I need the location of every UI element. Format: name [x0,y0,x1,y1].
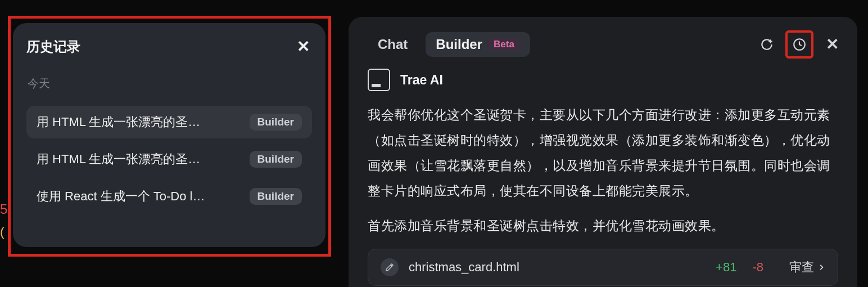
file-diff-block[interactable]: christmas_card.html +81 -8 审查 [368,249,838,286]
chat-paragraph: 首先添加音乐背景和圣诞树点击特效，并优化雪花动画效果。 [368,213,838,239]
history-item[interactable]: 用 HTML 生成一张漂亮的圣… Builder [26,143,312,176]
history-header: 历史记录 ✕ [26,38,312,56]
history-item-badge: Builder [250,151,302,168]
chat-header: Chat Builder Beta ✕ [349,17,857,69]
new-chat-icon[interactable] [757,35,776,54]
avatar-glyph [372,84,381,87]
tab-builder-label: Builder [436,37,482,52]
editor-bleed-text: 5 [0,201,7,217]
chat-panel: Chat Builder Beta ✕ [349,17,857,287]
history-item-title: 用 HTML 生成一张漂亮的圣… [37,151,243,168]
diff-deletions: -8 [752,260,763,275]
history-icon[interactable] [785,30,813,59]
ai-name: Trae AI [400,73,443,88]
history-item-badge: Builder [250,188,302,205]
diff-additions: +81 [716,260,736,275]
header-icons: ✕ [757,30,842,59]
history-item[interactable]: 用 HTML 生成一张漂亮的圣… Builder [26,106,312,138]
ai-identity-row: Trae AI [349,69,857,102]
close-icon[interactable]: ✕ [295,39,312,55]
file-name: christmas_card.html [409,260,519,275]
chat-paragraph: 我会帮你优化这个圣诞贺卡，主要从以下几个方面进行改进：添加更多互动元素（如点击圣… [368,102,838,203]
close-icon[interactable]: ✕ [822,35,842,54]
tab-builder[interactable]: Builder Beta [426,32,530,57]
pencil-icon [381,258,399,276]
tab-chat[interactable]: Chat [368,32,418,57]
avatar [368,69,390,91]
chevron-right-icon [817,263,825,271]
beta-badge: Beta [488,38,520,51]
chat-body: 我会帮你优化这个圣诞贺卡，主要从以下几个方面进行改进：添加更多互动元素（如点击圣… [349,102,857,239]
history-panel-highlight: 历史记录 ✕ 今天 用 HTML 生成一张漂亮的圣… Builder 用 HTM… [8,16,331,257]
editor-bleed-text: ( [0,224,4,240]
review-button-label: 审查 [789,259,814,276]
history-item-badge: Builder [250,114,302,131]
history-item-title: 使用 React 生成一个 To-Do l… [37,188,243,205]
history-panel: 历史记录 ✕ 今天 用 HTML 生成一张漂亮的圣… Builder 用 HTM… [13,23,326,247]
history-group-label: 今天 [26,76,312,91]
history-item[interactable]: 使用 React 生成一个 To-Do l… Builder [26,180,312,213]
history-item-title: 用 HTML 生成一张漂亮的圣… [37,114,243,131]
review-button[interactable]: 审查 [789,259,825,276]
history-title: 历史记录 [26,38,80,56]
